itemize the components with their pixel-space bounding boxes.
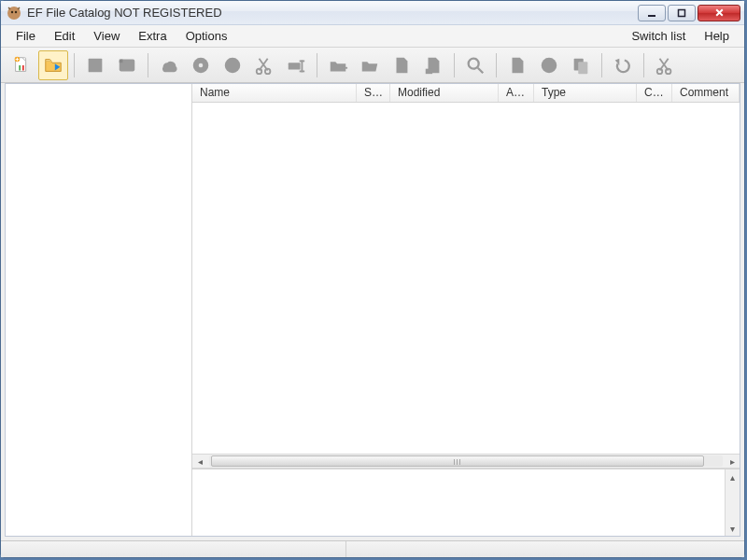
menu-view[interactable]: View <box>84 26 129 46</box>
svg-rect-19 <box>300 60 305 62</box>
tree-pane[interactable] <box>6 84 192 536</box>
disc-button[interactable] <box>186 50 216 80</box>
column-attributes[interactable]: Attri... <box>499 84 534 102</box>
svg-rect-18 <box>302 60 303 72</box>
menu-options[interactable]: Options <box>176 26 237 46</box>
menu-switch-list[interactable]: Switch list <box>622 26 695 46</box>
svg-rect-21 <box>343 66 348 68</box>
folder-button-2[interactable] <box>355 50 385 80</box>
menu-edit[interactable]: Edit <box>45 26 84 46</box>
scroll-down-icon[interactable]: ▾ <box>726 521 740 536</box>
svg-point-13 <box>199 63 204 67</box>
item-button-1[interactable] <box>502 50 532 80</box>
svg-point-14 <box>225 57 241 73</box>
main-area: Name Size Modified Attri... Type Cate...… <box>5 83 740 537</box>
svg-rect-17 <box>289 63 301 69</box>
svg-point-24 <box>542 57 557 73</box>
toolbar-separator <box>601 53 602 77</box>
column-type[interactable]: Type <box>534 84 637 102</box>
menu-extra[interactable]: Extra <box>129 26 176 46</box>
column-comment[interactable]: Comment <box>672 84 740 102</box>
app-window: EF File Catalog NOT REGISTERED File Edit… <box>0 0 745 558</box>
svg-rect-7 <box>19 65 21 71</box>
title-bar: EF File Catalog NOT REGISTERED <box>1 1 744 25</box>
vertical-scrollbar[interactable]: ▴ ▾ <box>725 469 740 536</box>
folder-button-1[interactable] <box>323 50 353 80</box>
menu-file[interactable]: File <box>7 26 45 46</box>
search-button[interactable] <box>460 50 490 80</box>
item-button-2[interactable] <box>534 50 564 80</box>
scroll-right-icon[interactable]: ▸ <box>725 455 740 468</box>
scroll-track[interactable] <box>209 455 723 467</box>
toolbar-separator <box>148 53 148 77</box>
svg-point-1 <box>11 10 13 12</box>
toolbar-separator <box>74 53 75 77</box>
svg-rect-4 <box>679 9 685 16</box>
svg-point-2 <box>15 10 17 12</box>
column-size[interactable]: Size <box>357 84 390 102</box>
maximize-button[interactable] <box>668 5 696 21</box>
close-button[interactable] <box>698 5 740 21</box>
toolbar-separator <box>454 53 455 77</box>
toolbar-separator <box>643 53 644 77</box>
scroll-left-icon[interactable]: ◂ <box>192 455 207 468</box>
column-name[interactable]: Name <box>192 84 357 102</box>
svg-rect-8 <box>22 65 24 71</box>
window-title: EF File Catalog NOT REGISTERED <box>27 6 222 20</box>
status-bar <box>1 540 744 557</box>
column-category[interactable]: Cate... <box>637 84 672 102</box>
new-catalog-button[interactable] <box>7 50 36 80</box>
menu-bar: File Edit View Extra Options Switch list… <box>1 25 744 48</box>
card-button[interactable] <box>112 50 142 80</box>
right-pane: Name Size Modified Attri... Type Cate...… <box>192 84 740 536</box>
scroll-up-icon[interactable]: ▴ <box>726 469 740 484</box>
scroll-thumb[interactable] <box>211 455 704 467</box>
toolbar <box>1 48 744 83</box>
app-icon <box>7 6 21 21</box>
menu-help[interactable]: Help <box>695 26 739 46</box>
svg-point-16 <box>265 68 271 74</box>
disc-cloud-button[interactable] <box>154 50 184 80</box>
undo-button[interactable] <box>608 50 638 80</box>
toolbar-separator <box>317 53 317 77</box>
svg-point-28 <box>666 68 671 74</box>
copy-button[interactable] <box>566 50 596 80</box>
column-modified[interactable]: Modified <box>390 84 499 102</box>
svg-rect-3 <box>648 15 655 17</box>
minimize-button[interactable] <box>638 5 666 21</box>
scissors-button[interactable] <box>650 50 680 80</box>
svg-rect-26 <box>578 62 587 74</box>
svg-point-15 <box>257 68 262 74</box>
toolbar-separator <box>496 53 497 77</box>
doc-button-1[interactable] <box>387 50 416 80</box>
floppy-button[interactable] <box>80 50 110 80</box>
list-header: Name Size Modified Attri... Type Cate...… <box>192 84 740 103</box>
svg-rect-22 <box>426 68 432 74</box>
svg-rect-20 <box>300 70 305 72</box>
svg-rect-11 <box>120 59 123 63</box>
list-body[interactable] <box>192 103 740 454</box>
svg-point-23 <box>469 58 479 68</box>
rename-disc-button[interactable] <box>281 50 311 80</box>
doc-button-2[interactable] <box>418 50 448 80</box>
status-cell-2 <box>346 541 744 557</box>
open-catalog-button[interactable] <box>38 50 68 80</box>
horizontal-scrollbar[interactable]: ◂ ▸ <box>192 454 740 469</box>
svg-rect-9 <box>89 58 103 72</box>
record-button[interactable] <box>218 50 247 80</box>
detail-pane[interactable]: ▴ ▾ <box>192 469 740 536</box>
status-cell-1 <box>1 541 346 557</box>
svg-point-27 <box>657 68 663 74</box>
cut-disc-button[interactable] <box>249 50 279 80</box>
